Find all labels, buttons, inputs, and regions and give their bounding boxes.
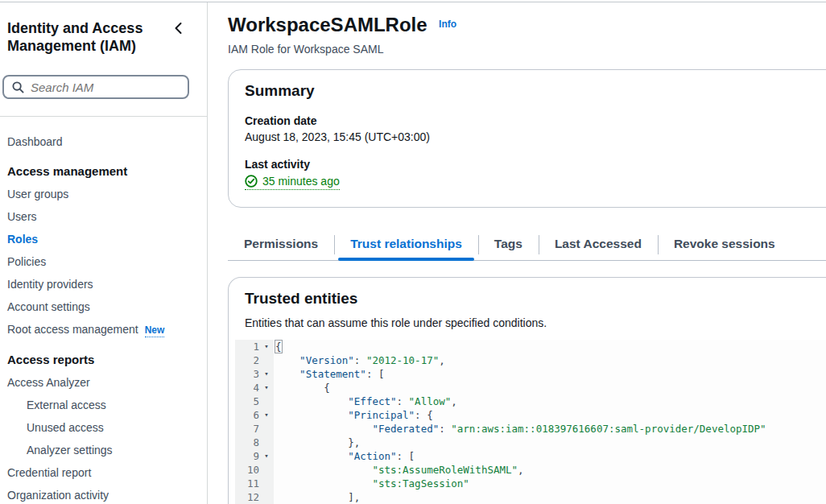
line-number: 6 <box>235 408 259 422</box>
trusted-entities-card: Trusted entities Entities that can assum… <box>228 277 826 504</box>
code-text: "sts:AssumeRoleWithSAML", <box>274 463 524 477</box>
code-line: 11 "sts:TagSession" <box>235 477 826 490</box>
last-activity-label: Last activity <box>245 158 826 171</box>
role-description: IAM Role for Workspace SAML <box>228 43 826 56</box>
code-text: }, <box>274 436 360 449</box>
sidebar-section-access-management: Access management <box>0 160 207 183</box>
code-line: 5 "Effect": "Allow", <box>235 395 826 408</box>
sidebar-item-external-access[interactable]: External access <box>0 394 207 416</box>
trust-policy-editor[interactable]: 1▾{2 "Version": "2012-10-17",3▾ "Stateme… <box>235 340 826 504</box>
fold-spacer <box>259 490 274 504</box>
sidebar-section-access-reports: Access reports <box>0 349 207 371</box>
success-check-icon <box>245 175 258 188</box>
code-text: "sts:TagSession" <box>274 477 469 490</box>
sidebar-search <box>2 75 189 99</box>
code-line: 4▾ { <box>235 381 826 395</box>
code-line: 6▾ "Principal": { <box>235 408 826 422</box>
chevron-left-icon <box>172 25 185 37</box>
trusted-entities-description: Entities that can assume this role under… <box>245 316 826 329</box>
tab-last-accessed[interactable]: Last Accessed <box>539 231 658 260</box>
line-number: 2 <box>235 353 259 367</box>
sidebar-nav: DashboardAccess managementUser groupsUse… <box>0 130 207 504</box>
line-number: 10 <box>235 463 259 477</box>
fold-spacer <box>259 422 274 436</box>
last-activity-value: 35 minutes ago <box>262 175 340 188</box>
sidebar-item-policies[interactable]: Policies <box>0 250 207 273</box>
sidebar-title: Identity and Access Management (IAM) <box>7 19 160 55</box>
sidebar-item-identity-providers[interactable]: Identity providers <box>0 273 207 295</box>
info-link[interactable]: Info <box>439 19 456 30</box>
main-content: WorkspaceSAMLRole Info IAM Role for Work… <box>209 2 826 504</box>
iam-sidebar: Identity and Access Management (IAM) Das… <box>0 2 208 504</box>
tab-permissions[interactable]: Permissions <box>228 231 334 260</box>
sidebar-item-unused-access[interactable]: Unused access <box>0 416 207 439</box>
sidebar-item-roles[interactable]: Roles <box>0 228 207 250</box>
fold-spacer <box>259 436 274 449</box>
line-number: 12 <box>235 490 259 504</box>
sidebar-item-users[interactable]: Users <box>0 205 207 228</box>
code-text: ], <box>274 490 360 504</box>
sidebar-collapse-button[interactable] <box>172 22 185 37</box>
tab-tags[interactable]: Tags <box>478 231 539 260</box>
sidebar-item-organization-activity[interactable]: Organization activity <box>0 484 207 504</box>
fold-arrow-icon[interactable]: ▾ <box>259 367 274 381</box>
code-line: 10 "sts:AssumeRoleWithSAML", <box>235 463 826 477</box>
sidebar-item-account-settings[interactable]: Account settings <box>0 295 207 318</box>
code-text: "Version": "2012-10-17", <box>274 353 445 367</box>
sidebar-item-analyzer-settings[interactable]: Analyzer settings <box>0 439 207 461</box>
summary-title: Summary <box>245 82 826 100</box>
sidebar-divider <box>0 116 207 117</box>
line-number: 3 <box>235 367 259 381</box>
line-number: 8 <box>235 436 259 449</box>
line-number: 7 <box>235 422 259 436</box>
code-line: 2 "Version": "2012-10-17", <box>235 353 826 367</box>
sidebar-item-root-access-management[interactable]: Root access managementNew <box>0 318 207 341</box>
trusted-entities-title: Trusted entities <box>245 290 826 308</box>
search-input[interactable] <box>31 81 192 94</box>
code-line: 3▾ "Statement": [ <box>235 367 826 381</box>
fold-arrow-icon[interactable]: ▾ <box>259 408 274 422</box>
sidebar-item-user-groups[interactable]: User groups <box>0 183 207 205</box>
sidebar-item-credential-report[interactable]: Credential report <box>0 461 207 484</box>
code-line: 8 }, <box>235 436 826 449</box>
sidebar-item-dashboard[interactable]: Dashboard <box>0 130 207 153</box>
fold-spacer <box>259 395 274 408</box>
search-icon <box>12 81 24 93</box>
fold-spacer <box>259 463 274 477</box>
code-line: 9▾ "Action": [ <box>235 449 826 463</box>
code-text: "Principal": { <box>274 408 433 422</box>
code-text: "Federated": "arn:aws:iam::018397616607:… <box>274 422 766 436</box>
sidebar-item-access-analyzer[interactable]: Access Analyzer <box>0 371 207 394</box>
fold-arrow-icon[interactable]: ▾ <box>259 340 274 353</box>
line-number: 4 <box>235 381 259 395</box>
code-text: "Statement": [ <box>274 367 384 381</box>
creation-date-label: Creation date <box>245 114 826 127</box>
tab-revoke-sessions[interactable]: Revoke sessions <box>658 231 791 260</box>
tab-trust-relationships[interactable]: Trust relationships <box>334 231 478 260</box>
fold-spacer <box>259 353 274 367</box>
fold-arrow-icon[interactable]: ▾ <box>259 381 274 395</box>
line-number: 11 <box>235 477 259 490</box>
line-number: 9 <box>235 449 259 463</box>
fold-arrow-icon[interactable]: ▾ <box>259 449 274 463</box>
code-line: 1▾{ <box>235 340 826 353</box>
code-text: "Effect": "Allow", <box>274 395 457 408</box>
code-line: 12 ], <box>235 490 826 504</box>
last-activity-link[interactable]: 35 minutes ago <box>245 175 340 190</box>
summary-card: Summary Creation date August 18, 2023, 1… <box>228 69 826 208</box>
new-badge[interactable]: New <box>145 324 165 337</box>
code-text: "Action": [ <box>274 449 415 463</box>
line-number: 1 <box>235 340 259 353</box>
page-title: WorkspaceSAMLRole <box>228 14 427 35</box>
fold-spacer <box>259 477 274 490</box>
code-text: { <box>274 340 282 353</box>
creation-date-value: August 18, 2023, 15:45 (UTC+03:00) <box>245 130 826 143</box>
code-text: { <box>274 381 330 395</box>
line-number: 5 <box>235 395 259 408</box>
code-line: 7 "Federated": "arn:aws:iam::01839761660… <box>235 422 826 436</box>
role-tabs: PermissionsTrust relationshipsTagsLast A… <box>228 231 826 261</box>
